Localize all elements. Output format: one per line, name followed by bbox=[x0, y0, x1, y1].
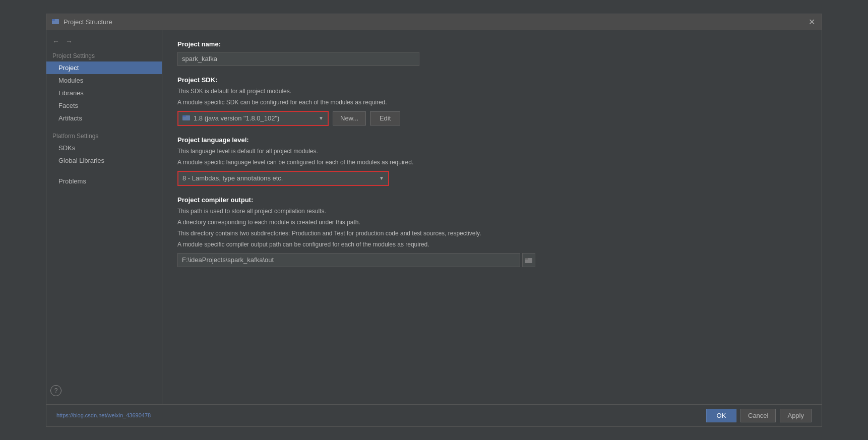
lang-desc1: This language level is default for all p… bbox=[177, 147, 807, 156]
svg-rect-5 bbox=[525, 258, 528, 260]
main-content: Project name: Project SDK: This SDK is d… bbox=[162, 30, 822, 404]
cancel-button[interactable]: Cancel bbox=[740, 409, 776, 422]
sidebar-item-problems[interactable]: Problems bbox=[46, 175, 162, 187]
compiler-label: Project compiler output: bbox=[177, 196, 807, 204]
sidebar-item-libraries[interactable]: Libraries bbox=[46, 87, 162, 99]
sdk-new-button[interactable]: New... bbox=[333, 111, 366, 125]
dialog-body: ← → Project Settings Project Modules Lib… bbox=[46, 30, 822, 404]
svg-rect-1 bbox=[52, 19, 55, 21]
sdk-desc1: This SDK is default for all project modu… bbox=[177, 87, 807, 96]
back-arrow[interactable]: ← bbox=[50, 36, 61, 46]
window-title: Project Structure bbox=[64, 18, 112, 26]
project-sdk-section: Project SDK: This SDK is default for all… bbox=[177, 76, 807, 126]
sdk-value: 1.8 (java version "1.8.0_102") bbox=[194, 114, 279, 122]
compiler-desc1: This path is used to store all project c… bbox=[177, 207, 807, 216]
compiler-desc2: A directory corresponding to each module… bbox=[177, 218, 807, 227]
lang-value: 8 - Lambdas, type annotations etc. bbox=[182, 174, 283, 182]
compiler-path-input[interactable] bbox=[177, 253, 520, 267]
sidebar: ← → Project Settings Project Modules Lib… bbox=[46, 30, 162, 404]
lang-label: Project language level: bbox=[177, 136, 807, 144]
project-settings-header: Project Settings bbox=[46, 48, 162, 61]
sidebar-item-facets[interactable]: Facets bbox=[46, 99, 162, 112]
compiler-output-section: Project compiler output: This path is us… bbox=[177, 196, 807, 267]
lang-desc2: A module specific language level can be … bbox=[177, 158, 807, 167]
lang-dropdown[interactable]: 8 - Lambdas, type annotations etc. ▼ bbox=[177, 171, 389, 186]
forward-arrow[interactable]: → bbox=[64, 36, 75, 46]
sidebar-item-modules[interactable]: Modules bbox=[46, 74, 162, 87]
project-name-input[interactable] bbox=[177, 52, 419, 66]
sidebar-bottom: ? bbox=[46, 381, 162, 400]
project-name-section: Project name: bbox=[177, 40, 807, 66]
lang-dropdown-arrow: ▼ bbox=[379, 175, 384, 181]
sdk-folder-icon bbox=[182, 114, 191, 122]
project-name-input-row bbox=[177, 52, 807, 66]
compiler-desc3: This directory contains two subdirectori… bbox=[177, 229, 807, 238]
title-bar: Project Structure ✕ bbox=[46, 14, 822, 30]
bottom-bar: https://blog.csdn.net/weixin_43690478 OK… bbox=[46, 404, 822, 426]
project-name-label: Project name: bbox=[177, 40, 807, 48]
language-level-section: Project language level: This language le… bbox=[177, 136, 807, 186]
project-structure-dialog: Project Structure ✕ ← → Project Settings… bbox=[46, 14, 822, 427]
sidebar-item-artifacts[interactable]: Artifacts bbox=[46, 112, 162, 124]
url-bar: https://blog.csdn.net/weixin_43690478 bbox=[56, 412, 151, 418]
compiler-path-row bbox=[177, 253, 807, 267]
compiler-desc4: A module specific compiler output path c… bbox=[177, 240, 807, 249]
help-button[interactable]: ? bbox=[50, 385, 61, 396]
sdk-dropdown-arrow: ▼ bbox=[319, 115, 324, 121]
sdk-edit-button[interactable]: Edit bbox=[370, 111, 400, 125]
project-icon bbox=[51, 18, 59, 26]
sdk-dropdown[interactable]: 1.8 (java version "1.8.0_102") ▼ bbox=[177, 111, 329, 126]
close-button[interactable]: ✕ bbox=[807, 17, 817, 27]
sdk-dropdown-inner: 1.8 (java version "1.8.0_102") bbox=[182, 114, 279, 122]
apply-button[interactable]: Apply bbox=[780, 409, 812, 422]
ok-button[interactable]: OK bbox=[706, 409, 736, 422]
sdk-desc2: A module specific SDK can be configured … bbox=[177, 98, 807, 107]
sdk-row: 1.8 (java version "1.8.0_102") ▼ New... … bbox=[177, 111, 807, 126]
sidebar-item-sdks[interactable]: SDKs bbox=[46, 142, 162, 154]
title-bar-left: Project Structure bbox=[51, 18, 112, 26]
nav-arrows: ← → bbox=[46, 34, 162, 48]
platform-settings-header: Platform Settings bbox=[46, 129, 162, 142]
svg-rect-3 bbox=[182, 115, 186, 117]
sdk-label: Project SDK: bbox=[177, 76, 807, 84]
sidebar-item-project[interactable]: Project bbox=[46, 61, 162, 74]
sidebar-item-global-libraries[interactable]: Global Libraries bbox=[46, 154, 162, 167]
compiler-folder-button[interactable] bbox=[522, 253, 535, 267]
